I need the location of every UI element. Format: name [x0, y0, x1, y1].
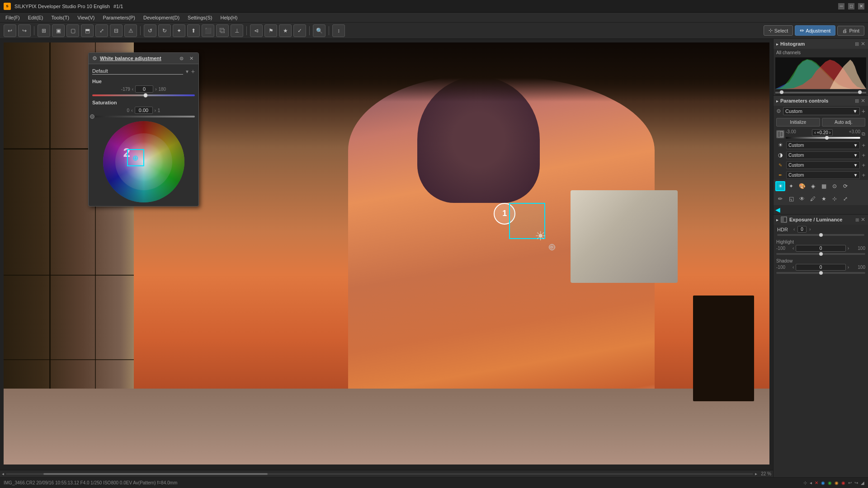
params-close-icon[interactable]: ✕ — [861, 98, 865, 104]
warn-button[interactable]: ⚠ — [124, 24, 137, 37]
params-expand-icon[interactable]: ▸ — [776, 99, 778, 103]
export-button[interactable]: ⬆ — [187, 24, 200, 37]
print-button[interactable]: 🖨 Print — [837, 26, 864, 36]
menu-edit[interactable]: Edit(E) — [24, 14, 47, 21]
star-button[interactable]: ★ — [279, 24, 292, 37]
tool-sharpen-button[interactable]: ◈ — [808, 181, 818, 191]
sat-thumb[interactable] — [90, 114, 94, 119]
exp-right-arrow[interactable]: › — [829, 130, 830, 135]
view-button[interactable]: ▣ — [52, 24, 65, 37]
batch-button[interactable]: ⬛ — [202, 24, 214, 37]
exp-lum-close-icon[interactable]: ✕ — [861, 216, 865, 223]
highlight-value[interactable]: 0 — [796, 245, 845, 252]
tool-picker-button[interactable]: 🖊 — [808, 194, 818, 204]
histogram-expand-icon[interactable]: ▸ — [776, 42, 778, 47]
params-preset-dropdown[interactable]: Custom ▼ — [783, 107, 860, 115]
menu-parameters[interactable]: Parameters(P) — [99, 14, 139, 21]
redo-button[interactable]: ↪ — [18, 24, 31, 37]
status-icon-3[interactable]: ✕ — [815, 480, 818, 485]
hue-thumb[interactable] — [143, 93, 148, 98]
highlight-track[interactable] — [776, 253, 865, 255]
dual-view-button[interactable]: ⬒ — [81, 24, 94, 37]
zoom-in-button[interactable]: 🔍 — [313, 24, 326, 37]
check-button[interactable]: ✓ — [293, 24, 306, 37]
custom-dropdown-3[interactable]: Custom ▼ — [786, 161, 860, 169]
status-icon-2[interactable]: ◂ — [810, 480, 812, 485]
exp-thumb[interactable] — [825, 136, 829, 140]
copy-button[interactable]: ⿻ — [216, 24, 229, 37]
compare-button[interactable]: ⊲ — [250, 24, 263, 37]
custom-dropdown-4[interactable]: Custom ▼ — [786, 171, 860, 179]
maximize-button[interactable]: □ — [848, 3, 854, 9]
highlight-right-arrow[interactable]: › — [848, 246, 849, 251]
status-icon-5[interactable]: ◉ — [828, 480, 832, 485]
menu-help[interactable]: Help(H) — [217, 14, 241, 21]
exp-copy-icon[interactable]: ⧉ — [862, 131, 865, 137]
highlight-thumb[interactable] — [819, 252, 823, 256]
exp-lum-expand-icon[interactable]: ▸ — [776, 217, 778, 222]
exp-value-display[interactable]: ‹ +0.20 › — [812, 129, 833, 136]
photo-scrollbar[interactable]: ◂ ▸ 22 % — [0, 470, 773, 477]
custom-add-1[interactable]: + — [862, 142, 865, 149]
tool-mask-button[interactable]: ◱ — [786, 194, 796, 204]
tool-brush-button[interactable]: ✏ — [775, 194, 785, 204]
tool-transform-button[interactable]: ⤢ — [840, 194, 850, 204]
auto-adj-button[interactable]: Auto adj. — [822, 118, 866, 127]
grid-button[interactable]: ⊞ — [38, 24, 50, 37]
hdr-track[interactable] — [777, 234, 864, 236]
paste-button[interactable]: ⊥ — [231, 24, 243, 37]
scroll-right-arrow[interactable]: ▸ — [755, 471, 757, 476]
tool-noise-button[interactable]: ▦ — [819, 181, 829, 191]
status-undo[interactable]: ↩ — [848, 480, 852, 485]
shadow-thumb[interactable] — [819, 271, 823, 275]
sat-value[interactable]: 0.00 — [135, 107, 153, 114]
histogram-close-icon[interactable]: ✕ — [861, 41, 865, 47]
hdr-right-arrow[interactable]: › — [809, 227, 811, 232]
menu-view[interactable]: View(V) — [74, 14, 98, 21]
hist-left-thumb[interactable] — [780, 90, 783, 94]
hue-value[interactable]: 0 — [135, 85, 153, 93]
status-icon-1[interactable]: ⊹ — [803, 480, 807, 485]
flag-button[interactable]: ⚑ — [264, 24, 277, 37]
shadow-value[interactable]: 0 — [796, 264, 845, 271]
exp-left-arrow[interactable]: ‹ — [814, 130, 816, 135]
custom-dropdown-2[interactable]: Custom ▼ — [786, 151, 860, 159]
params-menu-icon[interactable]: ⊞ — [855, 98, 859, 104]
shadow-left-arrow[interactable]: ‹ — [793, 265, 794, 270]
status-icon-7[interactable]: ◉ — [841, 480, 845, 485]
menu-development[interactable]: Development(D) — [140, 14, 183, 21]
exp-track[interactable] — [786, 137, 860, 139]
menu-tools[interactable]: Tools(T) — [47, 14, 73, 21]
scroll-left-arrow[interactable]: ◂ — [2, 471, 4, 476]
adjustment-button[interactable]: ⇔ Adjustment — [795, 25, 835, 36]
undo-button[interactable]: ↩ — [4, 24, 16, 37]
shadow-track[interactable] — [776, 272, 865, 274]
histogram-slider[interactable] — [775, 92, 866, 94]
scroll-track[interactable] — [6, 473, 753, 475]
hdr-value-display[interactable]: 0 — [797, 226, 807, 233]
status-icon-6[interactable]: ◉ — [835, 480, 839, 485]
tool-eye-button[interactable]: 👁 — [797, 194, 807, 204]
tool-color-button[interactable]: 🎨 — [797, 181, 807, 191]
develop-button[interactable]: ✦ — [173, 24, 185, 37]
tool-exposure-button[interactable]: ✦ — [786, 181, 796, 191]
menu-file[interactable]: File(F) — [2, 14, 24, 21]
close-button[interactable]: ✕ — [858, 3, 864, 9]
wheel-cursor[interactable]: ⊕ — [127, 149, 144, 166]
rotate-right-button[interactable]: ↻ — [158, 24, 171, 37]
hdr-thumb[interactable] — [819, 233, 823, 237]
photo-viewer[interactable]: 1 ☀ ⟳ ⚙ White balance adjustment ⊜ ✕ Def… — [0, 39, 773, 477]
scroll-thumb[interactable] — [43, 473, 268, 475]
tool-star2-button[interactable]: ★ — [819, 194, 829, 204]
tool-rotate-button[interactable]: ⟳ — [840, 181, 850, 191]
sat-track[interactable] — [92, 116, 195, 117]
zoom-fit-button[interactable]: ⤢ — [95, 24, 108, 37]
rotate-left-button[interactable]: ↺ — [144, 24, 156, 37]
menu-settings[interactable]: Settings(S) — [184, 14, 216, 21]
hue-left-arrow[interactable]: ‹ — [132, 87, 133, 92]
custom-add-3[interactable]: + — [862, 162, 865, 169]
custom-add-2[interactable]: + — [862, 152, 865, 159]
tool-lens-button[interactable]: ⊙ — [830, 181, 840, 191]
shadow-right-arrow[interactable]: › — [848, 265, 849, 270]
hdr-left-arrow[interactable]: ‹ — [793, 227, 795, 232]
